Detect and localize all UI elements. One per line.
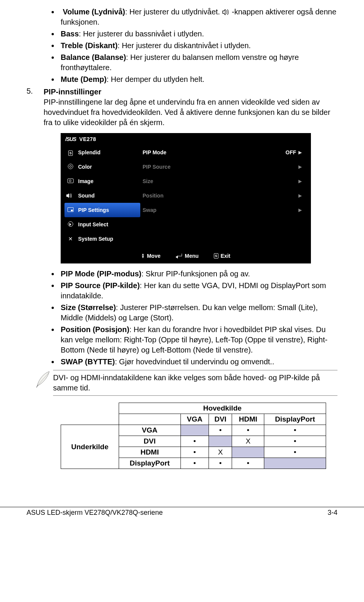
bullet-position: Position (Posisjon): Her kan du forandre… [61,325,337,355]
col-dvi: DVI [209,414,232,425]
bullet-swap: SWAP (BYTTE): Gjør hovedvinduet til unde… [61,357,337,367]
audio-bullet-list: Volume (Lydnivå): Her justerer du utlydn… [27,7,337,85]
pip-icon [67,207,74,212]
s-icon: S [68,150,73,156]
osd-menu-system-setup[interactable]: ✕ System Setup [64,232,140,246]
sound-icon [66,193,75,198]
s-icon: S [214,253,218,259]
osd-menu-list: S Splendid Color Image Sound PIP Setting… [61,144,140,249]
enter-icon [176,253,182,259]
osd-menu-image[interactable]: Image [64,174,140,188]
footer-left: ASUS LED-skjerm VE278Q/VK278Q-seriene [27,509,163,517]
table-header-top: Hovedkilde [119,403,326,414]
osd-panel: /SUS VE278 S Splendid Color Image Sound [61,133,311,263]
osd-option-size[interactable]: Size ▶ [143,174,302,188]
footer-page-number: 3-4 [328,509,337,517]
asus-logo: /SUS [65,136,76,142]
input-icon [68,221,73,227]
osd-options: PIP Mode OFF ▶ PIP Source ▶ Size ▶ Posit… [140,144,311,249]
osd-menu-sound[interactable]: Sound [64,188,140,203]
chevron-right-icon: ▶ [298,150,302,155]
col-vga: VGA [180,414,209,425]
osd-hint-move: ▲▼ Move [141,253,161,259]
bullet-pip-mode: PIP Mode (PIP-modus): Skrur PIP-funksjon… [61,269,337,279]
note: DVI- og HDMI-inndatakildene kan ikke vel… [34,370,337,396]
osd-title-bar: /SUS VE278 [61,133,311,144]
osd-hint-menu: Menu [176,253,199,259]
bullet-size: Size (Størrelse): Justerer PIP-størrelse… [61,303,337,323]
page-footer: ASUS LED-skjerm VE278Q/VK278Q-seriene 3-… [0,507,364,520]
updown-icon: ▲▼ [141,253,145,259]
bullet-volume: Volume (Lydnivå): Her justerer du utlydn… [61,7,337,27]
osd-hint-exit: S Exit [214,253,231,259]
image-icon [67,179,74,183]
osd-option-pip-mode[interactable]: PIP Mode OFF ▶ [143,145,302,160]
chevron-right-icon: ▶ [298,179,302,184]
tools-icon: ✕ [66,236,75,242]
bullet-treble: Treble (Diskant): Her justerer du diskan… [61,41,337,51]
source-matrix-table: Hovedkilde VGA DVI HDMI DisplayPort Unde… [61,403,326,469]
color-icon [68,164,73,169]
bullet-pip-source: PIP Source (PIP-kilde): Her kan du sette… [61,281,337,301]
osd-option-swap[interactable]: Swap ▶ [143,203,302,217]
osd-option-pip-source[interactable]: PIP Source ▶ [143,160,302,174]
bullet-mute: Mute (Demp): Her demper du utlyden helt. [61,74,337,85]
osd-menu-splendid[interactable]: S Splendid [64,145,140,160]
table-row: Underkilde VGA ••• [61,425,326,436]
chevron-right-icon: ▶ [298,207,302,213]
osd-menu-color[interactable]: Color [64,160,140,174]
col-displayport: DisplayPort [264,414,326,425]
row-header: Underkilde [61,425,119,469]
pip-bullet-list: PIP Mode (PIP-modus): Skrur PIP-funksjon… [27,269,337,367]
osd-menu-input-select[interactable]: Input Select [64,217,140,232]
section-pip: 5. PIP-innstillinger PIP-innstillingene … [27,87,337,128]
chevron-right-icon: ▶ [298,164,302,169]
chevron-right-icon: ▶ [298,193,302,198]
bullet-bass: Bass: Her justerer du bassnivået i utlyd… [61,29,337,39]
feather-icon [34,370,53,396]
osd-footer: ▲▼ Move Menu S Exit [61,249,311,263]
bullet-balance: Balance (Balanse): Her justerer du balan… [61,52,337,73]
col-hdmi: HDMI [232,414,264,425]
speaker-icon [222,8,230,14]
osd-menu-pip-settings[interactable]: PIP Settings [64,203,140,217]
osd-option-position[interactable]: Position ▶ [143,188,302,203]
